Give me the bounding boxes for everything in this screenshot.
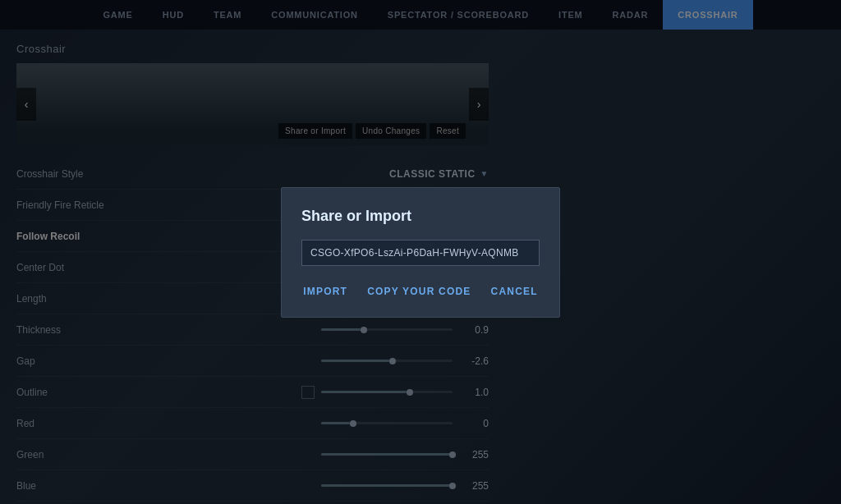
import-button[interactable]: IMPORT	[303, 282, 347, 300]
modal-overlay: Share or Import IMPORT COPY YOUR CODE CA…	[0, 0, 841, 504]
modal-action-buttons: IMPORT COPY YOUR CODE CANCEL	[301, 282, 540, 300]
copy-code-button[interactable]: COPY YOUR CODE	[367, 282, 471, 300]
share-import-modal: Share or Import IMPORT COPY YOUR CODE CA…	[281, 187, 560, 318]
crosshair-code-input[interactable]	[301, 240, 540, 266]
cancel-button[interactable]: CANCEL	[491, 282, 538, 300]
modal-title: Share or Import	[301, 208, 540, 225]
